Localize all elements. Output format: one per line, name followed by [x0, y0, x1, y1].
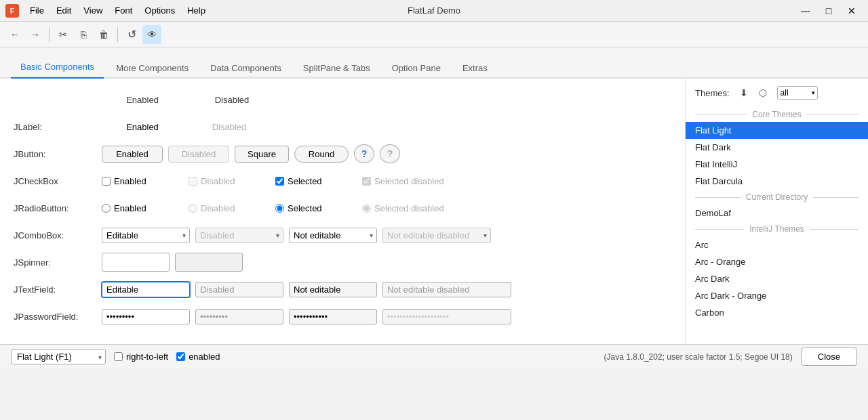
divider-line-right	[807, 114, 859, 115]
menu-font[interactable]: Font	[109, 3, 138, 18]
jcombobox-not-editable[interactable]: Not editable	[289, 228, 377, 243]
refresh-button[interactable]: ↺	[122, 25, 141, 44]
close-button[interactable]: ✕	[841, 1, 863, 20]
jspinner-2-input: 0	[176, 255, 243, 270]
tab-more-components[interactable]: More Components	[106, 58, 198, 79]
rtl-checkbox[interactable]	[114, 352, 123, 361]
jtextfield-not-editable[interactable]: Not editable	[289, 282, 377, 297]
jlabel-row: JLabel: Enabled Disabled	[14, 117, 671, 137]
tab-basic-components[interactable]: Basic Components	[11, 56, 104, 79]
menu-edit[interactable]: Edit	[51, 3, 77, 18]
toolbar-separator-2	[117, 27, 118, 42]
forward-button[interactable]	[26, 25, 45, 44]
theme-arc-dark-orange[interactable]: Arc Dark - Orange	[686, 287, 868, 304]
jbutton-icon1[interactable]: ?	[354, 144, 374, 163]
current-dir-divider: Current Directory	[686, 190, 868, 205]
download-icon: ⬇	[740, 87, 748, 98]
themes-filter-wrapper: all light dark ▾	[777, 86, 818, 100]
current-dir-label: Current Directory	[746, 192, 808, 202]
tab-extras[interactable]: Extras	[453, 58, 497, 79]
jcheckbox-row: JCheckBox Enabled Disabled Selected Sele…	[14, 171, 671, 191]
jpasswordfield-1[interactable]	[102, 309, 190, 324]
status-left: Flat Light (F1) ▾ right-to-left enabled	[11, 349, 220, 364]
tab-data-components[interactable]: Data Components	[201, 58, 291, 79]
theme-arc-orange[interactable]: Arc - Orange	[686, 253, 868, 270]
eye-button[interactable]: 👁	[142, 25, 161, 44]
jspinner-2: 0 ▲ ▼	[175, 253, 243, 272]
jspinner-1-input[interactable]: 0	[102, 255, 170, 270]
theme-flat-intellij[interactable]: Flat IntelliJ	[686, 156, 868, 173]
jbutton-icon2: ?	[380, 144, 400, 163]
window-controls: — □ ✕	[795, 1, 863, 20]
jcheckbox-selected-input[interactable]	[275, 177, 284, 186]
col-disabled-label: Disabled	[191, 95, 273, 105]
github-icon: ⬡	[759, 87, 767, 98]
delete-button[interactable]: 🗑	[94, 25, 113, 44]
jcombobox-not-editable-disabled-wrapper: Not editable disabled ▾	[382, 228, 491, 243]
jbutton-enabled[interactable]: Enabled	[102, 146, 163, 163]
column-headers: Enabled Disabled	[14, 89, 671, 110]
theme-arc-dark[interactable]: Arc Dark	[686, 270, 868, 287]
maximize-button[interactable]: □	[818, 1, 840, 20]
themes-github-button[interactable]: ⬡	[755, 85, 770, 100]
jtextfield-not-editable-disabled: Not editable disabled	[382, 282, 511, 297]
enabled-checkbox[interactable]	[176, 352, 185, 361]
cut-button[interactable]: ✂	[54, 25, 73, 44]
jradiobutton-enabled-input[interactable]	[102, 204, 111, 213]
jpasswordfield-label: JPasswordField:	[14, 312, 102, 322]
jpasswordfield-2	[195, 309, 283, 324]
menu-file[interactable]: File	[24, 3, 50, 18]
theme-flat-light[interactable]: Flat Light	[686, 122, 868, 139]
jcombobox-row: JComboBox: Editable ▾ Disabled ▾ Not	[14, 225, 671, 245]
title-bar: F File Edit View Font Options Help FlatL…	[0, 0, 868, 22]
rtl-check-group[interactable]: right-to-left	[114, 352, 168, 362]
jradiobutton-selected-input[interactable]	[275, 204, 284, 213]
tab-splitpane-tabs[interactable]: SplitPane & Tabs	[294, 58, 380, 79]
tab-option-pane[interactable]: Option Pane	[382, 58, 450, 79]
theme-flat-darcula[interactable]: Flat Darcula	[686, 173, 868, 190]
jcombobox-editable[interactable]: Editable	[102, 228, 190, 243]
minimize-button[interactable]: —	[795, 1, 816, 20]
status-right: (Java 1.8.0_202; user scale factor 1.5; …	[604, 348, 857, 366]
copy-button[interactable]: ⎘	[74, 25, 93, 44]
theme-flat-dark[interactable]: Flat Dark	[686, 139, 868, 156]
divider-line-left	[695, 114, 747, 115]
theme-arc[interactable]: Arc	[686, 236, 868, 253]
themes-filter-select[interactable]: all light dark	[777, 86, 818, 100]
cut-icon: ✂	[59, 29, 67, 40]
menu-help[interactable]: Help	[182, 3, 211, 18]
jpasswordfield-3[interactable]	[289, 309, 377, 324]
enabled-check-group[interactable]: enabled	[176, 352, 220, 362]
menu-view[interactable]: View	[78, 3, 108, 18]
jcheckbox-enabled-group[interactable]: Enabled	[102, 176, 183, 186]
status-theme-select[interactable]: Flat Light (F1)	[11, 349, 106, 364]
jcheckbox-sel-disabled-group: Selected disabled	[362, 176, 444, 186]
jradiobutton-sel-disabled-group: Selected disabled	[362, 203, 444, 213]
jcombobox-not-editable-disabled: Not editable disabled	[382, 228, 491, 243]
jtextfield-editable[interactable]: Editable	[102, 282, 190, 297]
col-enabled-label: Enabled	[102, 95, 183, 105]
jcheckbox-selected-group[interactable]: Selected	[275, 176, 357, 186]
jradiobutton-enabled-group[interactable]: Enabled	[102, 203, 183, 213]
jspinner-row: JSpinner: 0 ▲ ▼ 0 ▲ ▼	[14, 252, 671, 272]
jbutton-square[interactable]: Square	[235, 146, 289, 163]
jradiobutton-selected-group[interactable]: Selected	[275, 203, 357, 213]
core-themes-label: Core Themes	[752, 110, 801, 119]
menu-options[interactable]: Options	[139, 3, 180, 18]
delete-icon: 🗑	[99, 29, 108, 40]
themes-download-button[interactable]: ⬇	[736, 85, 751, 100]
jradiobutton-disabled-text: Disabled	[201, 203, 235, 213]
close-button[interactable]: Close	[801, 348, 857, 366]
back-button[interactable]	[5, 25, 24, 44]
jcombobox-editable-wrapper: Editable ▾	[102, 228, 190, 243]
jbutton-disabled: Disabled	[168, 146, 229, 163]
jradiobutton-disabled-group: Disabled	[189, 203, 270, 213]
jbutton-round[interactable]: Round	[294, 146, 349, 163]
jcheckbox-sel-disabled-text: Selected disabled	[374, 176, 444, 186]
jcheckbox-enabled-input[interactable]	[102, 177, 111, 186]
theme-carbon[interactable]: Carbon	[686, 304, 868, 321]
refresh-icon: ↺	[127, 28, 136, 41]
theme-demolaf[interactable]: DemoLaf	[686, 205, 868, 222]
jradiobutton-row: JRadioButton: Enabled Disabled Selected …	[14, 198, 671, 218]
jspinner-label: JSpinner:	[14, 257, 102, 268]
